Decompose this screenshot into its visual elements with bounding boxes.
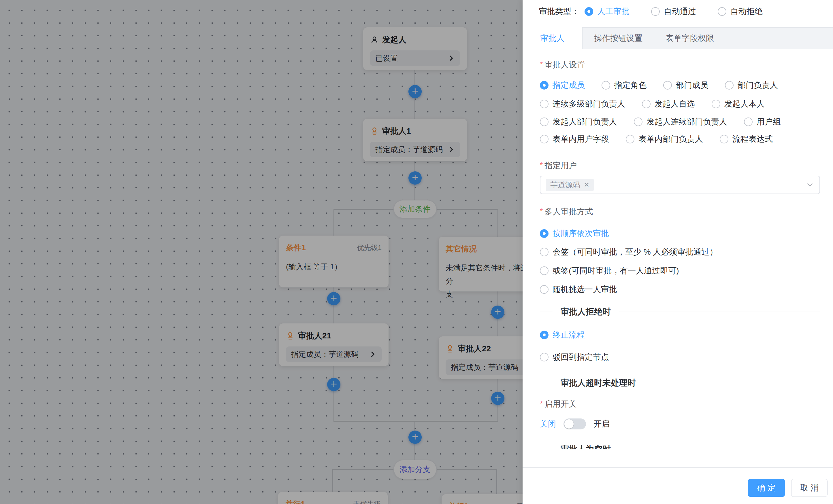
radio-label: 发起人自选 bbox=[654, 99, 695, 109]
reject-row1: 终止流程 bbox=[540, 329, 585, 341]
radio-icon bbox=[718, 7, 727, 16]
radio-initiator-choose[interactable]: 发起人自选 bbox=[642, 99, 695, 109]
radio-initiator-dept-leader[interactable]: 发起人部门负责人 bbox=[540, 116, 617, 127]
divider-line bbox=[619, 449, 820, 449]
confirm-button[interactable]: 确 定 bbox=[748, 479, 785, 497]
divider-line bbox=[644, 383, 820, 383]
radio-icon bbox=[540, 135, 548, 144]
reject-divider: 审批人拒绝时 bbox=[540, 307, 820, 317]
radio-random-one[interactable]: 随机挑选一人审批 bbox=[540, 284, 617, 295]
radio-auto-reject[interactable]: 自动拒绝 bbox=[718, 6, 763, 17]
enable-switch[interactable] bbox=[564, 419, 586, 429]
radio-icon bbox=[540, 229, 548, 238]
radio-label: 自动通过 bbox=[664, 6, 696, 17]
radio-auto-approve[interactable]: 自动通过 bbox=[651, 6, 696, 17]
radio-form-dept-leader[interactable]: 表单内部门负责人 bbox=[626, 134, 703, 145]
radio-designated-member[interactable]: 指定成员 bbox=[540, 80, 585, 91]
radio-icon bbox=[626, 135, 635, 144]
selected-user-tag: 芋道源码 ✕ bbox=[546, 179, 594, 191]
radio-sequential-approval[interactable]: 按顺序依次审批 bbox=[540, 228, 609, 239]
radio-label: 或签(可同时审批，有一人通过即可) bbox=[552, 265, 679, 276]
radio-icon bbox=[601, 81, 610, 90]
assign-user-select[interactable]: 芋道源码 ✕ bbox=[540, 176, 820, 194]
radio-process-expression[interactable]: 流程表达式 bbox=[720, 134, 773, 145]
divider-line bbox=[540, 383, 552, 383]
multi-mode-row2: 会签（可同时审批，至少 % 人必须审批通过） bbox=[540, 247, 717, 257]
cancel-button[interactable]: 取 消 bbox=[791, 479, 828, 497]
radio-manual-approval[interactable]: 人工审批 bbox=[585, 6, 629, 17]
approver-setting-row2: 连续多级部门负责人 发起人自选 发起人本人 bbox=[540, 99, 765, 109]
enable-switch-label: *启用开关 bbox=[540, 399, 577, 409]
radio-label: 表单内用户字段 bbox=[552, 134, 609, 145]
radio-label: 发起人本人 bbox=[724, 99, 765, 109]
radio-label: 发起人连续部门负责人 bbox=[646, 116, 727, 127]
required-asterisk: * bbox=[540, 60, 543, 69]
radio-icon bbox=[540, 248, 548, 256]
radio-designated-role[interactable]: 指定角色 bbox=[601, 80, 646, 91]
tab-approver[interactable]: 审批人 bbox=[523, 27, 582, 49]
radio-form-user-field[interactable]: 表单内用户字段 bbox=[540, 134, 609, 145]
required-asterisk: * bbox=[540, 161, 543, 169]
tab-action-buttons[interactable]: 操作按钮设置 bbox=[582, 28, 654, 49]
radio-dept-member[interactable]: 部门成员 bbox=[663, 80, 708, 91]
radio-label: 人工审批 bbox=[597, 6, 629, 17]
approver-setting-row4: 表单内用户字段 表单内部门负责人 流程表达式 bbox=[540, 134, 773, 145]
radio-label: 用户组 bbox=[757, 116, 781, 127]
radio-icon bbox=[540, 267, 548, 275]
radio-icon bbox=[634, 118, 642, 126]
settings-tabbar: 审批人 操作按钮设置 表单字段权限 bbox=[523, 27, 833, 49]
radio-return-to-node[interactable]: 驳回到指定节点 bbox=[540, 352, 609, 362]
reject-row2: 驳回到指定节点 bbox=[540, 352, 609, 362]
switch-on-label: 开启 bbox=[593, 419, 610, 429]
radio-multi-level-dept-leader[interactable]: 连续多级部门负责人 bbox=[540, 99, 625, 109]
radio-icon bbox=[744, 118, 753, 126]
divider-line bbox=[540, 311, 552, 312]
radio-label: 流程表达式 bbox=[732, 134, 773, 145]
radio-icon bbox=[540, 118, 548, 126]
radio-label: 自动拒绝 bbox=[730, 6, 763, 17]
radio-icon bbox=[651, 7, 660, 16]
radio-icon bbox=[720, 135, 729, 144]
divider-title: 审批人为空时 bbox=[561, 444, 611, 449]
required-asterisk: * bbox=[540, 399, 543, 408]
radio-label: 部门成员 bbox=[676, 80, 708, 91]
divider-title: 审批人超时未处理时 bbox=[561, 377, 636, 389]
radio-label: 按顺序依次审批 bbox=[552, 228, 609, 239]
approver-setting-row1: 指定成员 指定角色 部门成员 部门负责人 bbox=[540, 80, 778, 91]
divider-title: 审批人拒绝时 bbox=[561, 306, 611, 318]
radio-icon bbox=[712, 100, 720, 108]
approver-setting-row3: 发起人部门负责人 发起人连续部门负责人 用户组 bbox=[540, 116, 781, 127]
tag-close-icon[interactable]: ✕ bbox=[584, 181, 590, 189]
footer-divider bbox=[523, 467, 833, 468]
switch-knob bbox=[564, 419, 574, 429]
radio-dept-leader[interactable]: 部门负责人 bbox=[725, 80, 778, 91]
radio-icon bbox=[663, 81, 672, 90]
tab-form-field-permissions[interactable]: 表单字段权限 bbox=[654, 28, 725, 49]
radio-label: 终止流程 bbox=[552, 329, 585, 341]
timeout-divider: 审批人超时未处理时 bbox=[540, 378, 820, 388]
radio-terminate-process[interactable]: 终止流程 bbox=[540, 329, 585, 341]
divider-line bbox=[619, 311, 820, 312]
multi-mode-row4: 随机挑选一人审批 bbox=[540, 284, 617, 295]
radio-countersign[interactable]: 会签（可同时审批，至少 % 人必须审批通过） bbox=[540, 247, 717, 257]
radio-initiator-multi-dept-leader[interactable]: 发起人连续部门负责人 bbox=[634, 116, 727, 127]
radio-label: 会签（可同时审批，至少 % 人必须审批通过） bbox=[552, 247, 717, 257]
radio-label: 指定成员 bbox=[552, 80, 585, 91]
chevron-down-icon bbox=[806, 181, 814, 189]
node-settings-panel: 审批类型： 人工审批 自动通过 自动拒绝 审批人 操作按钮设置 表单字段权限 *… bbox=[523, 0, 833, 504]
approver-setting-label: *审批人设置 bbox=[540, 59, 585, 70]
radio-user-group[interactable]: 用户组 bbox=[744, 116, 781, 127]
required-asterisk: * bbox=[540, 207, 543, 216]
radio-icon bbox=[642, 100, 650, 108]
radio-label: 连续多级部门负责人 bbox=[552, 99, 625, 109]
settings-scroll-area[interactable]: *审批人设置 指定成员 指定角色 部门成员 部门负责人 连续多级部门负责人 发起… bbox=[523, 50, 833, 449]
radio-icon bbox=[540, 353, 548, 361]
assign-user-label: *指定用户 bbox=[540, 160, 577, 171]
radio-icon bbox=[540, 285, 548, 294]
radio-initiator-self[interactable]: 发起人本人 bbox=[712, 99, 765, 109]
radio-or-sign[interactable]: 或签(可同时审批，有一人通过即可) bbox=[540, 265, 679, 276]
approval-type-label: 审批类型： bbox=[539, 6, 579, 17]
modal-overlay[interactable] bbox=[0, 0, 523, 504]
approval-type-row: 审批类型： 人工审批 自动通过 自动拒绝 bbox=[539, 3, 763, 20]
radio-icon bbox=[540, 331, 548, 339]
